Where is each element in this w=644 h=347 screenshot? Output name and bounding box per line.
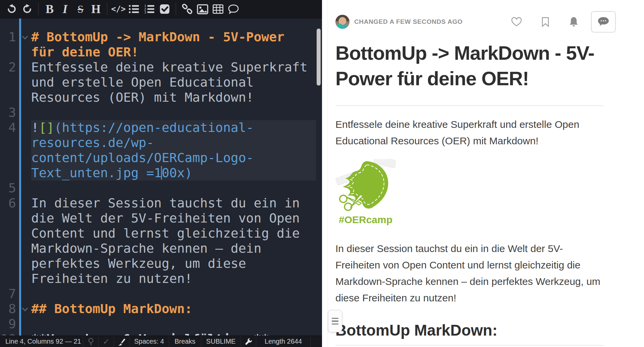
indent-setting[interactable]: Spaces: 4 xyxy=(129,336,169,347)
task-list-icon xyxy=(159,4,170,14)
editor-line-text[interactable]: In dieser Session tauchst du ein in die … xyxy=(31,196,316,286)
syntax-segment: ! xyxy=(31,120,39,135)
line-number: 4 xyxy=(0,120,16,135)
bookmark-button[interactable] xyxy=(541,17,550,27)
editor-statusbar: Line 4, Columns 92 — 21 ✓ Spaces: 4 Brea… xyxy=(0,336,322,347)
preview-header: CHANGED A FEW SECONDS AGO xyxy=(335,11,616,33)
bold-button[interactable]: B xyxy=(42,2,57,16)
keymap-setting[interactable]: SUBLIME xyxy=(201,336,241,347)
redo-icon xyxy=(22,4,33,14)
code-button[interactable]: </> xyxy=(111,2,126,16)
oercamp-flame-icon xyxy=(335,159,396,213)
notifications-button[interactable] xyxy=(569,16,579,27)
header-icons xyxy=(511,16,579,27)
editor-line-text[interactable] xyxy=(31,286,316,301)
code-editor[interactable]: 1# BottomUp -> MarkDown - 5V-Power für d… xyxy=(0,18,322,336)
svg-text:3: 3 xyxy=(144,10,146,14)
bell-icon xyxy=(569,16,579,27)
editor-line[interactable]: 1# BottomUp -> MarkDown - 5V-Power für d… xyxy=(0,30,322,60)
italic-button[interactable]: I xyxy=(57,2,73,16)
editor-line[interactable]: 6In dieser Session tauchst du ein in die… xyxy=(0,196,322,286)
syntax-segment: ## BottomUp MarkDown: xyxy=(31,301,192,316)
spellcheck-toggle[interactable]: ✓ xyxy=(99,336,114,347)
bold-icon: B xyxy=(46,3,54,15)
comment-icon xyxy=(228,4,239,14)
editor-line-text[interactable]: ![](https://open-educational-resources.d… xyxy=(31,120,316,181)
line-number: 7 xyxy=(0,286,16,301)
editor-line[interactable]: 10**Verwahren & Vervielfältigen** xyxy=(0,332,322,336)
syntax-segment: # BottomUp -> MarkDown - 5V-Power für de… xyxy=(31,30,292,59)
syntax-segment: [] xyxy=(39,120,54,135)
strikethrough-icon: S xyxy=(77,4,84,14)
editor-line-text[interactable]: **Verwahren & Vervielfältigen** xyxy=(31,332,316,336)
avatar[interactable] xyxy=(335,15,350,29)
heading-icon: H xyxy=(91,3,101,15)
task-list-button[interactable] xyxy=(157,2,172,16)
ordered-list-button[interactable]: 123 xyxy=(142,2,157,16)
line-number: 8 xyxy=(0,301,16,316)
comments-panel-button[interactable] xyxy=(591,11,616,33)
image-icon xyxy=(197,4,208,14)
hint-toggle[interactable] xyxy=(83,336,99,347)
cursor-position-status: Line 4, Columns 92 — 21 xyxy=(0,336,83,347)
syntax-segment: 00x) xyxy=(162,165,193,180)
page-title: BottomUp -> MarkDown - 5V-Power für dein… xyxy=(335,40,604,106)
heading-button[interactable]: H xyxy=(88,2,104,16)
theme-toggle[interactable] xyxy=(114,336,129,347)
table-button[interactable] xyxy=(210,2,226,16)
chat-bubble-icon xyxy=(597,16,610,27)
link-icon xyxy=(181,3,193,15)
line-number: 3 xyxy=(0,105,16,120)
editor-line[interactable]: 9 xyxy=(0,316,322,332)
editor-line[interactable]: 3 xyxy=(0,105,322,120)
linebreak-setting[interactable]: Breaks xyxy=(169,336,201,347)
hamburger-icon xyxy=(332,320,338,322)
undo-button[interactable] xyxy=(4,2,19,16)
hamburger-icon xyxy=(332,324,338,325)
oercamp-logo: #OERcamp xyxy=(335,159,399,226)
like-button[interactable] xyxy=(511,17,522,27)
line-number: 10 xyxy=(0,332,16,336)
lightbulb-icon xyxy=(88,338,94,346)
strikethrough-button[interactable]: S xyxy=(73,2,88,16)
syntax-segment: Entfessele deine kreative Superkraft und… xyxy=(31,60,315,105)
toolbar-separator xyxy=(38,3,39,15)
syntax-segment: (https://open-educational-resources.de/w… xyxy=(31,120,254,180)
editor-line[interactable]: 4![](https://open-educational-resources.… xyxy=(0,120,322,181)
fold-chevron-icon[interactable] xyxy=(22,33,28,39)
editor-line-text[interactable] xyxy=(31,316,316,332)
link-button[interactable] xyxy=(179,2,195,16)
bookmark-icon xyxy=(541,17,550,27)
unordered-list-button[interactable] xyxy=(126,2,142,16)
logo-caption: #OERcamp xyxy=(335,214,396,226)
editor-line[interactable]: 5 xyxy=(0,181,322,196)
line-number: 1 xyxy=(0,30,16,45)
image-button[interactable] xyxy=(195,2,210,16)
editor-line[interactable]: 8## BottomUp MarkDown: xyxy=(0,301,322,316)
redo-button[interactable] xyxy=(19,2,35,16)
intro-paragraph: Entfessele deine kreative Superkraft und… xyxy=(335,116,602,149)
editor-toolbar: B I S H </> 123 xyxy=(0,0,322,18)
doc-length-status: Length 2644 xyxy=(256,336,311,347)
line-number: 2 xyxy=(0,60,16,75)
last-changed-label: CHANGED A FEW SECONDS AGO xyxy=(354,18,463,26)
line-number: 9 xyxy=(0,316,16,332)
editor-scrollbar-thumb[interactable] xyxy=(317,29,321,86)
comment-button[interactable] xyxy=(226,2,241,16)
editor-line-text[interactable] xyxy=(31,181,316,196)
session-paragraph: In dieser Session tauchst du ein in die … xyxy=(335,240,602,306)
editor-line[interactable]: 7 xyxy=(0,286,322,301)
scissors-icon xyxy=(340,195,363,210)
editor-line[interactable]: 2Entfessele deine kreative Superkraft un… xyxy=(0,60,322,105)
table-icon xyxy=(213,4,223,14)
editor-lines: 1# BottomUp -> MarkDown - 5V-Power für d… xyxy=(0,18,322,336)
editor-line-text[interactable]: Entfessele deine kreative Superkraft und… xyxy=(31,60,316,105)
editor-line-text[interactable]: # BottomUp -> MarkDown - 5V-Power für de… xyxy=(31,30,316,60)
panel-resize-handle[interactable] xyxy=(328,310,342,332)
line-number: 6 xyxy=(0,196,16,211)
editor-line-text[interactable] xyxy=(31,105,316,120)
fold-chevron-icon[interactable] xyxy=(22,305,28,311)
ordered-list-icon: 123 xyxy=(144,4,155,14)
preferences-button[interactable] xyxy=(241,336,256,347)
editor-line-text[interactable]: ## BottomUp MarkDown: xyxy=(31,301,316,316)
